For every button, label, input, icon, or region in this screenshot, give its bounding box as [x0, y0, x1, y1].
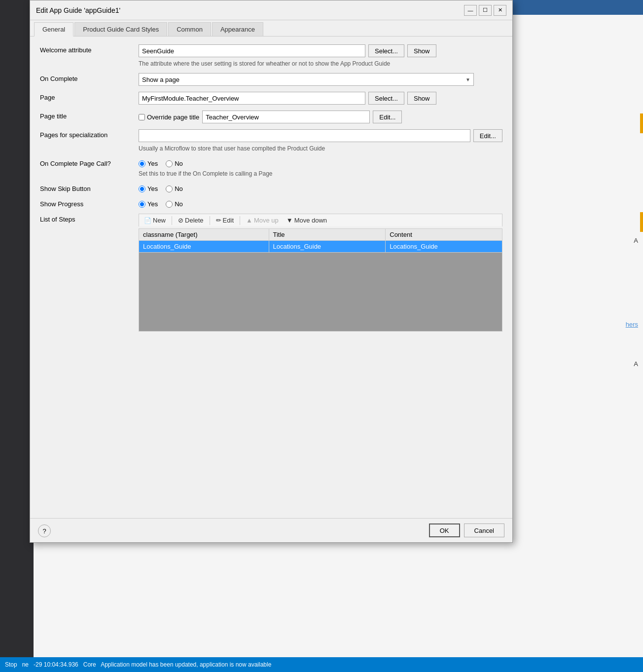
on-complete-page-call-yes[interactable]: Yes — [139, 160, 158, 167]
yes-label: Yes — [147, 160, 158, 167]
status-bar: Stop ne -29 10:04:34.936 Core Applicatio… — [0, 657, 643, 672]
row-classname: Locations_Guide — [139, 241, 269, 253]
show-progress-yes[interactable]: Yes — [139, 200, 158, 208]
on-complete-page-call-no-radio[interactable] — [166, 160, 173, 167]
move-up-button[interactable]: ▲ Move up — [244, 216, 281, 225]
dialog-title-bar: Edit App Guide 'appGuide1' — ☐ ✕ — [30, 0, 512, 20]
page-title-input[interactable] — [202, 111, 370, 123]
welcome-attribute-select-btn[interactable]: Select... — [368, 44, 404, 57]
table-empty-area — [139, 253, 502, 332]
move-down-label: Move down — [294, 217, 327, 224]
list-of-steps-content: 📄 New ⊘ Delete ✏ Edit ▲ — [139, 214, 502, 332]
new-button[interactable]: 📄 New — [142, 216, 168, 225]
col-classname: classname (Target) — [139, 229, 269, 241]
show-skip-button-label: Show Skip Button — [40, 183, 139, 192]
on-complete-page-call-yes-radio[interactable] — [139, 160, 145, 167]
pages-specialization-row: Pages for specialization Edit... Usually… — [40, 129, 502, 152]
move-up-label: Move up — [254, 217, 279, 224]
table-empty-row — [139, 253, 502, 332]
microflow-hint: Usually a Microflow to store that user h… — [139, 145, 502, 152]
on-complete-page-call-content: Yes No Set this to true if the On Comple… — [139, 158, 502, 177]
show-skip-button-content: Yes No — [139, 183, 502, 192]
maximize-button[interactable]: ☐ — [479, 5, 492, 16]
override-page-title-label: Override page title — [147, 113, 199, 121]
show-progress-label: Show Progress — [40, 198, 139, 208]
on-complete-value: Show a page — [142, 76, 179, 83]
show-progress-no[interactable]: No — [166, 200, 183, 208]
page-title-inline: Override page title Edit... — [139, 111, 502, 123]
tab-general[interactable]: General — [34, 22, 73, 37]
pages-specialization-inline: Edit... — [139, 129, 502, 142]
on-complete-row: On Complete Show a page ▼ — [40, 73, 502, 86]
welcome-attribute-hint: The attribute where the user setting is … — [139, 60, 502, 67]
tab-appearance[interactable]: Appearance — [212, 22, 263, 36]
tab-product-guide-card-styles[interactable]: Product Guide Card Styles — [74, 22, 167, 36]
status-text: Stop ne -29 10:04:34.936 Core Applicatio… — [5, 661, 271, 668]
welcome-attribute-label: Welcome attribute — [40, 44, 139, 54]
col-content: Content — [386, 229, 502, 241]
on-complete-dropdown[interactable]: Show a page ▼ — [139, 73, 474, 86]
pages-specialization-label: Pages for specialization — [40, 129, 139, 139]
page-label: Page — [40, 92, 139, 101]
welcome-attribute-input[interactable] — [139, 44, 365, 57]
page-title-edit-btn[interactable]: Edit... — [373, 111, 402, 123]
edit-button[interactable]: ✏ Edit — [214, 216, 236, 225]
table-row[interactable]: Locations_Guide Locations_Guide Location… — [139, 241, 502, 253]
page-show-btn[interactable]: Show — [407, 92, 436, 105]
ok-button[interactable]: OK — [429, 523, 460, 537]
pencil-icon: ✏ — [216, 217, 221, 224]
show-progress-no-radio[interactable] — [166, 201, 173, 208]
orange-bar-1 — [640, 113, 643, 133]
tab-common[interactable]: Common — [168, 22, 211, 36]
steps-table: classname (Target) Title Content Locatio… — [139, 228, 502, 332]
show-progress-content: Yes No — [139, 198, 502, 208]
show-skip-no[interactable]: No — [166, 185, 183, 192]
dialog-title: Edit App Guide 'appGuide1' — [36, 6, 120, 14]
bg-right-link[interactable]: hers — [626, 321, 638, 328]
welcome-attribute-show-btn[interactable]: Show — [407, 44, 436, 57]
show-progress-yes-radio[interactable] — [139, 201, 145, 208]
col-title: Title — [269, 229, 386, 241]
table-header: classname (Target) Title Content — [139, 229, 502, 241]
skip-yes-label: Yes — [147, 185, 158, 192]
delete-button[interactable]: ⊘ Delete — [176, 216, 206, 225]
page-row: Page Select... Show — [40, 92, 502, 105]
progress-no-label: No — [175, 200, 183, 208]
show-skip-button-row: Show Skip Button Yes No — [40, 183, 502, 192]
arrow-down-icon: ▼ — [286, 217, 293, 224]
table-body: Locations_Guide Locations_Guide Location… — [139, 241, 502, 332]
show-skip-no-radio[interactable] — [166, 186, 173, 192]
show-skip-yes[interactable]: Yes — [139, 185, 158, 192]
page-title-content: Override page title Edit... — [139, 111, 502, 123]
dialog-footer: ? OK Cancel — [30, 518, 512, 542]
on-complete-page-call-radio-group: Yes No — [139, 158, 502, 167]
show-skip-yes-radio[interactable] — [139, 186, 145, 192]
toolbar-separator-1 — [172, 216, 172, 225]
page-input[interactable] — [139, 92, 365, 105]
on-complete-content: Show a page ▼ — [139, 73, 502, 86]
row-content: Locations_Guide — [386, 241, 502, 253]
show-progress-row: Show Progress Yes No — [40, 198, 502, 208]
pages-specialization-input[interactable] — [139, 129, 470, 142]
cancel-button[interactable]: Cancel — [464, 523, 504, 537]
chevron-down-icon: ▼ — [465, 77, 470, 82]
delete-icon: ⊘ — [178, 217, 183, 224]
new-doc-icon: 📄 — [144, 217, 151, 224]
show-skip-button-radio-group: Yes No — [139, 183, 502, 192]
page-select-btn[interactable]: Select... — [368, 92, 404, 105]
list-of-steps-row: List of Steps 📄 New ⊘ Delete ✏ — [40, 214, 502, 332]
move-down-button[interactable]: ▼ Move down — [285, 216, 329, 225]
override-page-title-checkbox[interactable] — [139, 114, 145, 120]
help-button[interactable]: ? — [38, 524, 51, 537]
page-content: Select... Show — [139, 92, 502, 105]
list-of-steps-label: List of Steps — [40, 214, 139, 223]
toolbar-separator-2 — [210, 216, 210, 225]
on-complete-page-call-no[interactable]: No — [166, 160, 183, 167]
minimize-button[interactable]: — — [464, 5, 477, 16]
close-button[interactable]: ✕ — [494, 5, 506, 16]
skip-no-label: No — [175, 185, 183, 192]
show-progress-radio-group: Yes No — [139, 198, 502, 208]
bg-right-text-2: A — [634, 360, 638, 368]
list-toolbar: 📄 New ⊘ Delete ✏ Edit ▲ — [139, 214, 502, 226]
pages-specialization-edit-btn[interactable]: Edit... — [473, 129, 502, 142]
